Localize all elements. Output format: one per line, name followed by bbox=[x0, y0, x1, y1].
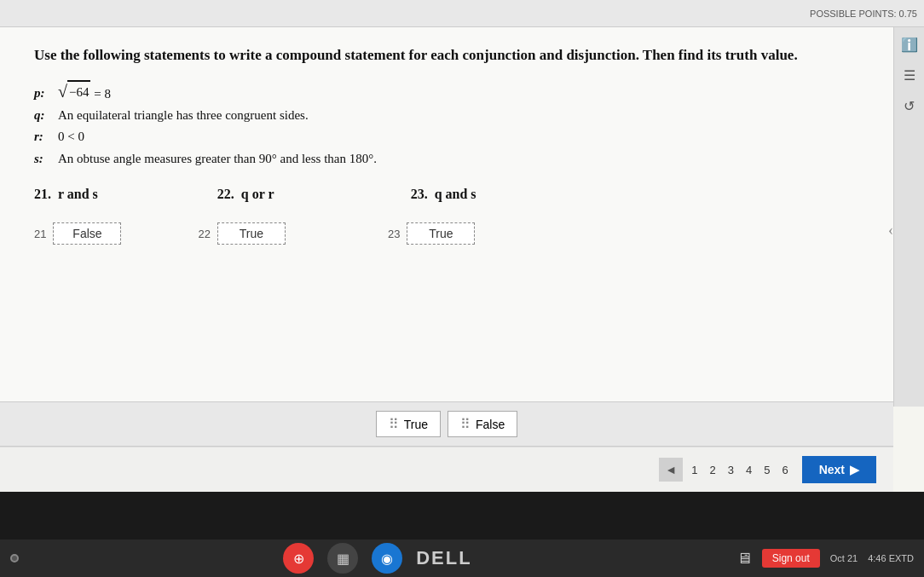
answer-num-21: 21 bbox=[34, 228, 46, 240]
info-icon[interactable]: ℹ️ bbox=[899, 34, 920, 55]
taskbar-center: ⊕ ▦ ◉ DELL bbox=[32, 543, 723, 574]
dell-logo: DELL bbox=[416, 547, 471, 569]
page-1[interactable]: 1 bbox=[688, 462, 701, 478]
taskbar-date: Oct 21 bbox=[830, 553, 858, 563]
chip-true[interactable]: ⠿ True bbox=[376, 411, 441, 437]
sign-out-button[interactable]: Sign out bbox=[762, 549, 820, 568]
circle-indicator bbox=[10, 554, 19, 563]
main-content: Use the following statements to write a … bbox=[0, 27, 893, 401]
page-navigation: ◄ 1 2 3 4 5 6 bbox=[659, 458, 791, 482]
problem-21: 21. r and s bbox=[34, 187, 98, 209]
statement-r: r: 0 < 0 bbox=[34, 126, 842, 148]
answer-group-22: 22 True bbox=[198, 222, 285, 245]
answer-num-22: 22 bbox=[198, 228, 210, 240]
taskbar-btn-blue[interactable]: ◉ bbox=[372, 543, 402, 574]
taskbar-right: 🖥 Sign out Oct 21 4:46 EXTD bbox=[736, 549, 914, 568]
possible-points: POSSIBLE POINTS: 0.75 bbox=[810, 9, 917, 19]
page-3[interactable]: 3 bbox=[725, 462, 737, 478]
chips-area: ⠿ True ⠿ False bbox=[0, 401, 893, 447]
taskbar-icon-blue: ◉ bbox=[381, 551, 393, 567]
answer-group-21: 21 False bbox=[34, 222, 121, 245]
right-sidebar: ℹ️ ☰ ↺ bbox=[893, 27, 924, 407]
prev-page-btn[interactable]: ◄ bbox=[659, 458, 683, 482]
chip-true-label: True bbox=[404, 418, 428, 431]
taskbar-left bbox=[10, 554, 19, 563]
statements-list: p: √−64 = 8 q: An equilateral triangle h… bbox=[34, 80, 842, 170]
taskbar-time: 4:46 EXTD bbox=[868, 553, 914, 563]
next-label: Next bbox=[819, 463, 845, 476]
statement-q-text: An equilateral triangle has three congru… bbox=[58, 105, 309, 127]
monitor-icon: 🖥 bbox=[736, 550, 752, 568]
nav-bar: ◄ 1 2 3 4 5 6 Next ▶ bbox=[0, 447, 893, 492]
label-p: p: bbox=[34, 83, 51, 105]
next-button[interactable]: Next ▶ bbox=[802, 456, 876, 483]
sidebar-collapse-btn[interactable]: ‹ bbox=[888, 222, 893, 239]
label-r: r: bbox=[34, 126, 51, 148]
statement-p-text: √−64 = 8 bbox=[58, 80, 111, 105]
problem-22: 22. q or r bbox=[217, 187, 274, 209]
page-6[interactable]: 6 bbox=[778, 462, 791, 478]
rotate-icon[interactable]: ↺ bbox=[899, 95, 920, 116]
chip-false[interactable]: ⠿ False bbox=[448, 411, 517, 437]
answers-row: 21 False 22 True 23 True bbox=[34, 222, 842, 245]
answer-group-23: 23 True bbox=[388, 222, 475, 245]
answer-box-21[interactable]: False bbox=[53, 222, 121, 245]
question-header: Use the following statements to write a … bbox=[34, 44, 842, 66]
top-bar: POSSIBLE POINTS: 0.75 bbox=[0, 0, 924, 27]
answer-num-23: 23 bbox=[388, 228, 400, 240]
statement-p: p: √−64 = 8 bbox=[34, 80, 842, 105]
statement-q: q: An equilateral triangle has three con… bbox=[34, 105, 842, 127]
problem-22-label: 22. q or r bbox=[217, 187, 274, 202]
chip-true-dots: ⠿ bbox=[389, 416, 399, 432]
page-5[interactable]: 5 bbox=[760, 462, 773, 478]
next-arrow-icon: ▶ bbox=[850, 463, 859, 476]
statement-r-text: 0 < 0 bbox=[58, 126, 84, 148]
page-2[interactable]: 2 bbox=[706, 462, 719, 478]
statement-s: s: An obtuse angle measures greater than… bbox=[34, 148, 842, 170]
label-s: s: bbox=[34, 148, 51, 170]
chip-false-dots: ⠿ bbox=[460, 416, 471, 432]
problem-21-label: 21. r and s bbox=[34, 187, 98, 202]
taskbar-icon-dark: ▦ bbox=[337, 551, 349, 567]
taskbar: ⊕ ▦ ◉ DELL 🖥 Sign out Oct 21 4:46 EXTD bbox=[0, 539, 924, 577]
answer-box-23[interactable]: True bbox=[407, 222, 475, 245]
problem-23-label: 23. q and s bbox=[411, 187, 476, 202]
taskbar-icon-red: ⊕ bbox=[293, 551, 304, 567]
problems-row: 21. r and s 22. q or r 23. q and s bbox=[34, 187, 842, 209]
taskbar-btn-red[interactable]: ⊕ bbox=[283, 543, 314, 574]
chip-false-label: False bbox=[476, 418, 505, 431]
answer-box-22[interactable]: True bbox=[217, 222, 286, 245]
label-q: q: bbox=[34, 105, 51, 127]
bookmark-icon[interactable]: ☰ bbox=[899, 65, 920, 85]
page-4[interactable]: 4 bbox=[742, 462, 755, 478]
statement-s-text: An obtuse angle measures greater than 90… bbox=[58, 148, 377, 170]
problem-23: 23. q and s bbox=[411, 187, 476, 209]
taskbar-btn-dark[interactable]: ▦ bbox=[327, 543, 358, 574]
